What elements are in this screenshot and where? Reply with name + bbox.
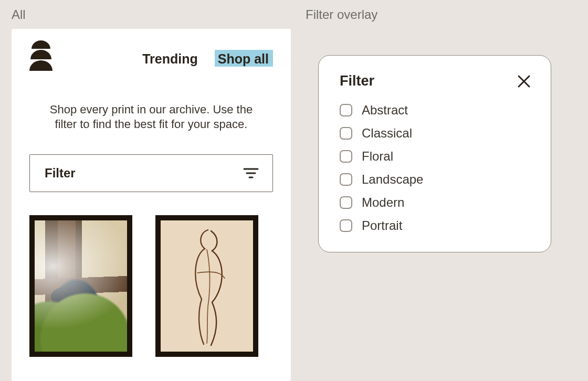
checkbox[interactable] [340,104,352,117]
logo-icon [29,40,52,72]
filter-option-modern[interactable]: Modern [340,195,533,210]
filter-option-label: Landscape [362,172,423,187]
filter-overlay-title: Filter [340,73,374,89]
filter-options: Abstract Classical Floral Landscape [340,103,533,233]
filter-option-portrait[interactable]: Portrait [340,218,533,233]
open-filter-button[interactable]: Filter [29,154,273,192]
product-grid [29,215,273,357]
filter-option-floral[interactable]: Floral [340,149,533,164]
close-filter-button[interactable] [515,72,533,90]
navbar: Trending Shop all [29,40,273,76]
filter-option-label: Modern [362,195,404,210]
nav-trending[interactable]: Trending [141,50,199,67]
section-label-all: All [0,7,294,29]
checkbox[interactable] [340,173,352,186]
brand-logo[interactable] [29,40,52,72]
intro-text: Shop every print in our archive. Use the… [44,102,259,132]
filter-option-label: Abstract [362,103,408,118]
checkbox[interactable] [340,196,352,209]
filter-option-landscape[interactable]: Landscape [340,172,533,187]
checkbox[interactable] [340,219,352,232]
filter-option-classical[interactable]: Classical [340,126,533,141]
filter-option-label: Portrait [362,218,402,233]
shop-all-screen: Trending Shop all Shop every print in ou… [12,29,291,381]
filter-option-label: Floral [362,149,393,164]
filter-icon [243,167,259,179]
checkbox[interactable] [340,127,352,140]
product-card[interactable] [29,215,132,357]
filter-option-label: Classical [362,126,412,141]
product-image [29,215,132,357]
close-icon [517,75,531,88]
filter-button-label: Filter [45,166,76,181]
checkbox[interactable] [340,150,352,163]
nav-shop-all[interactable]: Shop all [215,50,273,67]
filter-option-abstract[interactable]: Abstract [340,103,533,118]
filter-overlay: Filter Abstract Clas [318,55,551,252]
product-card[interactable] [155,215,258,357]
product-image [155,215,258,357]
section-label-overlay: Filter overlay [294,7,588,29]
